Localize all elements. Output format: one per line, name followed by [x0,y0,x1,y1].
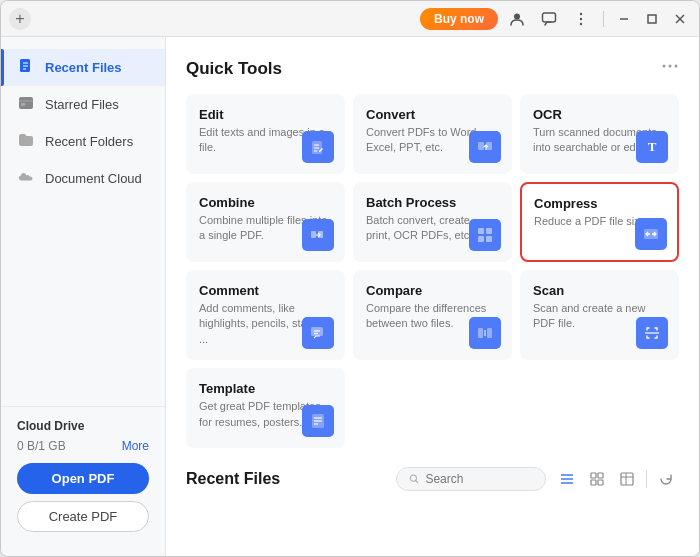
svg-rect-53 [591,473,596,478]
combine-icon [302,219,334,251]
menu-icon-button[interactable] [568,6,594,32]
svg-point-48 [410,475,416,481]
svg-point-2 [580,12,582,14]
tool-card-compress[interactable]: Compress Reduce a PDF file size. [520,182,679,262]
table-view-button[interactable] [614,466,640,492]
table-view-icon [619,471,635,487]
svg-rect-13 [19,97,33,109]
svg-point-0 [514,13,520,19]
content-area: Quick Tools Edit Edit texts and images i… [166,37,699,556]
svg-point-16 [663,65,666,68]
tool-card-compare[interactable]: Compare Compare the differences between … [353,270,512,360]
view-icons [554,466,679,492]
new-tab-button[interactable]: + [9,8,31,30]
cloud-drive-usage: 0 B/1 GB [17,439,66,453]
grid-view-button[interactable] [584,466,610,492]
cloud-drive-row: 0 B/1 GB More [17,439,149,453]
search-bar[interactable] [396,467,546,491]
svg-rect-15 [21,103,25,106]
title-bar-left: + [9,8,31,30]
cloud-drive-section: Cloud Drive 0 B/1 GB More Open PDF Creat… [1,406,165,544]
tool-card-template[interactable]: Template Get great PDF templates for res… [186,368,345,448]
open-pdf-button[interactable]: Open PDF [17,463,149,494]
user-icon-button[interactable] [504,6,530,32]
sidebar-item-label: Starred Files [45,97,119,112]
svg-rect-29 [486,228,492,234]
tool-title: Batch Process [366,195,499,210]
batch-icon [469,219,501,251]
tool-card-edit[interactable]: Edit Edit texts and images in a file. [186,94,345,174]
view-divider [646,470,647,488]
svg-rect-30 [478,236,484,242]
maximize-icon [646,13,658,25]
svg-point-3 [580,17,582,19]
svg-rect-6 [648,15,656,23]
grid-view-icon [589,471,605,487]
compare-icon [469,317,501,349]
title-bar: + Buy now [1,1,699,37]
tool-card-ocr[interactable]: OCR Turn scanned documents into searchab… [520,94,679,174]
title-bar-right: Buy now [420,6,691,32]
close-button[interactable] [669,8,691,30]
svg-rect-55 [591,480,596,485]
cloud-drive-title: Cloud Drive [17,419,149,433]
sidebar-item-label: Recent Files [45,60,122,75]
tool-card-comment[interactable]: Comment Add comments, like highlights, p… [186,270,345,360]
document-cloud-icon [17,169,35,188]
user-icon [509,11,525,27]
svg-rect-23 [478,142,484,150]
starred-files-icon [17,95,35,114]
sidebar-item-label: Document Cloud [45,171,142,186]
tool-card-scan[interactable]: Scan Scan and create a new PDF file. [520,270,679,360]
tool-title: Comment [199,283,332,298]
quick-tools-title: Quick Tools [186,59,282,79]
sidebar: Recent Files Starred Files [1,37,166,556]
tool-title: Edit [199,107,332,122]
svg-rect-56 [598,480,603,485]
main-layout: Recent Files Starred Files [1,37,699,556]
svg-point-17 [669,65,672,68]
search-icon [409,473,419,485]
sidebar-item-document-cloud[interactable]: Document Cloud [1,160,165,197]
svg-rect-39 [487,328,492,338]
search-input[interactable] [425,472,533,486]
svg-rect-26 [311,231,316,238]
scan-icon [636,317,668,349]
cloud-drive-more-link[interactable]: More [122,439,149,453]
sidebar-item-label: Recent Folders [45,134,133,149]
create-pdf-button[interactable]: Create PDF [17,501,149,532]
tool-title: Combine [199,195,332,210]
sidebar-item-starred-files[interactable]: Starred Files [1,86,165,123]
quick-tools-more-icon[interactable] [661,57,679,80]
tool-title: Convert [366,107,499,122]
minimize-button[interactable] [613,8,635,30]
tool-card-combine[interactable]: Combine Combine multiple files into a si… [186,182,345,262]
close-icon [674,13,686,25]
list-view-button[interactable] [554,466,580,492]
maximize-button[interactable] [641,8,663,30]
compress-icon [635,218,667,250]
tool-card-batch-process[interactable]: Batch Process Batch convert, create, pri… [353,182,512,262]
tool-title: Template [199,381,332,396]
sidebar-item-recent-files[interactable]: Recent Files [1,49,165,86]
sidebar-item-recent-folders[interactable]: Recent Folders [1,123,165,160]
recent-files-title: Recent Files [186,470,280,488]
svg-point-18 [675,65,678,68]
app-window: + Buy now [0,0,700,557]
tool-title: OCR [533,107,666,122]
quick-tools-header: Quick Tools [186,57,679,80]
menu-dots-icon [573,11,589,27]
svg-rect-1 [543,13,556,22]
tools-grid: Edit Edit texts and images in a file. [186,94,679,448]
ocr-icon: T [636,131,668,163]
sidebar-spacer [1,197,165,406]
buy-now-button[interactable]: Buy now [420,8,498,30]
tool-card-convert[interactable]: Convert Convert PDFs to Word, Excel, PPT… [353,94,512,174]
refresh-button[interactable] [653,466,679,492]
chat-icon-button[interactable] [536,6,562,32]
tool-title: Compare [366,283,499,298]
convert-icon [469,131,501,163]
tool-title: Compress [534,196,665,211]
title-divider [603,11,604,27]
svg-line-49 [416,480,419,483]
